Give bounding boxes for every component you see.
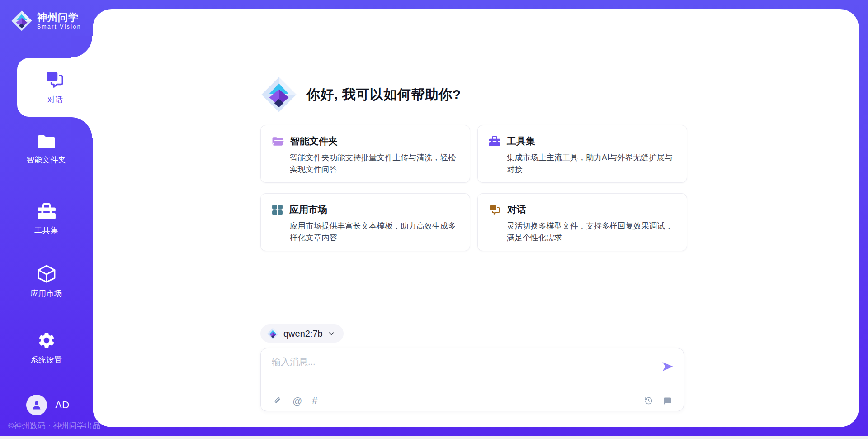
sidebar-item-label: 系统设置: [31, 355, 62, 365]
card-title: 对话: [507, 203, 526, 216]
at-icon: @: [292, 396, 302, 406]
sidebar-item-settings[interactable]: 系统设置: [0, 331, 93, 366]
folder-open-icon: [272, 136, 284, 147]
sidebar: 神州问学 Smart Vision 对话 智能文件夹 工具集 应用市场 系统设置: [0, 0, 93, 439]
send-plane-icon: [661, 360, 674, 373]
user-account[interactable]: AD: [26, 395, 70, 415]
chat-bubbles-icon: [489, 204, 501, 215]
card-toolset[interactable]: 工具集 集成市场上主流工具，助力AI与外界无缝扩展与对接: [477, 125, 687, 183]
horizontal-scrollbar[interactable]: [0, 436, 868, 439]
content-column: 你好, 我可以如何帮助你? 智能文件夹 智能文件夹功能支持批量文件上传与清洗，轻…: [260, 9, 687, 427]
welcome-header: 你好, 我可以如何帮助你?: [260, 76, 461, 113]
gear-icon: [37, 331, 56, 350]
model-name: qwen2:7b: [283, 329, 323, 339]
app-grid-icon: [272, 204, 283, 215]
card-title: 工具集: [507, 135, 535, 148]
hash-icon: #: [312, 396, 317, 406]
history-icon: [644, 396, 653, 406]
message-composer: @ #: [260, 348, 684, 411]
send-button[interactable]: [661, 360, 675, 374]
tab-curve-top: [71, 36, 93, 58]
app-window: 神州问学 Smart Vision 对话 智能文件夹 工具集 应用市场 系统设置: [0, 0, 868, 439]
gem-diamond-icon: [260, 76, 297, 113]
chat-square-icon: [662, 396, 672, 406]
card-description: 灵活切换多模型文件，支持多样回复效果调试，满足个性化需求: [489, 220, 676, 244]
chevron-down-icon: [327, 329, 335, 338]
copyright-footer: ©神州数码 · 神州问学出品: [8, 420, 101, 431]
card-title: 智能文件夹: [290, 135, 338, 148]
gem-diamond-icon: [267, 328, 279, 340]
brand-subtitle: Smart Vision: [37, 24, 81, 30]
composer-toolbar: @ #: [270, 390, 675, 411]
sidebar-item-toolset[interactable]: 工具集: [0, 203, 93, 238]
chat-bubbles-icon: [45, 70, 66, 89]
card-description: 集成市场上主流工具，助力AI与外界无缝扩展与对接: [489, 152, 676, 176]
card-smart-folder[interactable]: 智能文件夹 智能文件夹功能支持批量文件上传与清洗，轻松实现文件问答: [260, 125, 470, 183]
paperclip-icon: [273, 396, 283, 406]
toolbox-icon: [37, 203, 56, 220]
sidebar-item-label: 工具集: [34, 225, 58, 235]
message-input[interactable]: [272, 356, 651, 387]
card-app-market[interactable]: 应用市场 应用市场提供丰富长文本模板，助力高效生成多样化文章内容: [260, 193, 470, 251]
sidebar-item-label: 智能文件夹: [27, 155, 66, 165]
brand-logo: 神州问学 Smart Vision: [11, 10, 81, 32]
conversations-button[interactable]: [660, 395, 675, 406]
brand-name: 神州问学: [37, 12, 81, 23]
card-description: 应用市场提供丰富长文本模板，助力高效生成多样化文章内容: [272, 220, 459, 244]
attach-file-button[interactable]: [270, 395, 285, 406]
model-selector[interactable]: qwen2:7b: [260, 324, 344, 343]
user-initials: AD: [55, 399, 70, 411]
card-description: 智能文件夹功能支持批量文件上传与清洗，轻松实现文件问答: [272, 152, 459, 176]
sidebar-item-app-market[interactable]: 应用市场: [0, 264, 93, 300]
avatar: [26, 395, 47, 415]
sidebar-item-label: 应用市场: [31, 288, 62, 299]
hashtag-button[interactable]: #: [309, 395, 320, 406]
feature-cards: 智能文件夹 智能文件夹功能支持批量文件上传与清洗，轻松实现文件问答 工具集 集成…: [260, 125, 687, 251]
mention-button[interactable]: @: [290, 395, 305, 406]
sidebar-item-smart-folder[interactable]: 智能文件夹: [0, 134, 93, 169]
person-icon: [30, 399, 43, 411]
card-chat[interactable]: 对话 灵活切换多模型文件，支持多样回复效果调试，满足个性化需求: [477, 193, 687, 251]
main-panel: 你好, 我可以如何帮助你? 智能文件夹 智能文件夹功能支持批量文件上传与清洗，轻…: [93, 9, 859, 427]
gem-diamond-icon: [11, 10, 33, 32]
sidebar-item-chat[interactable]: 对话: [17, 58, 93, 117]
page-title: 你好, 我可以如何帮助你?: [307, 86, 461, 104]
folder-icon: [37, 134, 56, 150]
history-button[interactable]: [641, 395, 656, 406]
cube-icon: [37, 264, 56, 283]
card-title: 应用市场: [289, 203, 327, 216]
sidebar-item-label: 对话: [47, 95, 63, 105]
toolbox-icon: [489, 136, 500, 147]
